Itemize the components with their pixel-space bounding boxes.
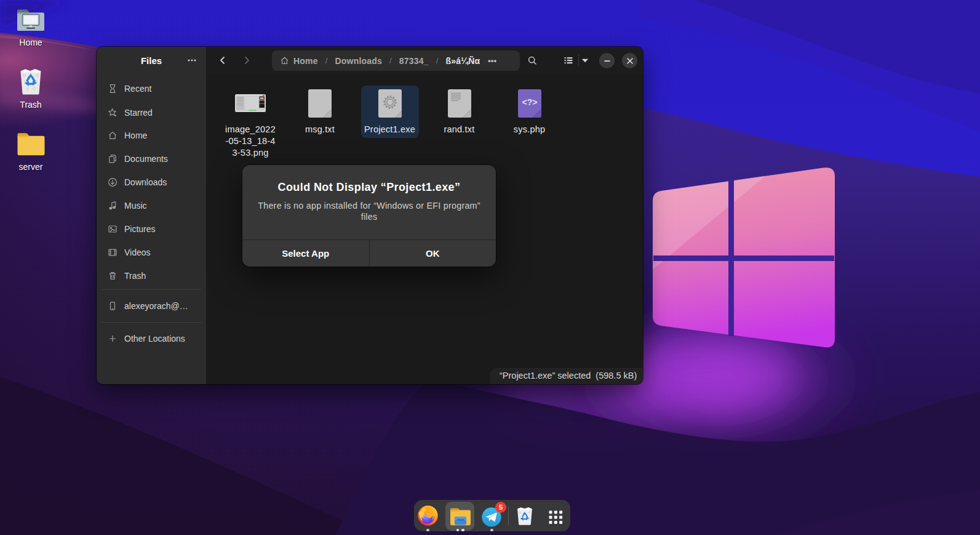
svg-text:<?>: <?>: [522, 97, 537, 107]
